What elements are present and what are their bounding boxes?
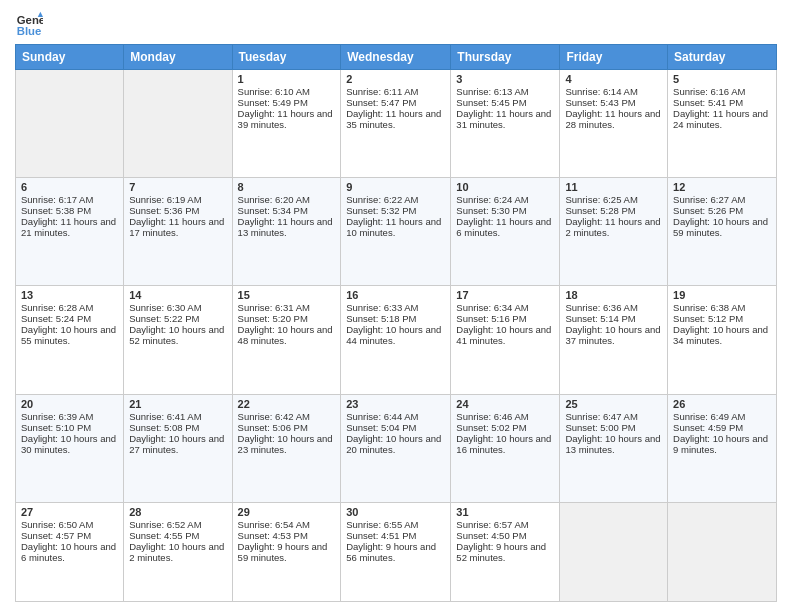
calendar-cell: 13Sunrise: 6:28 AMSunset: 5:24 PMDayligh… (16, 286, 124, 394)
day-info: Sunset: 4:57 PM (21, 530, 118, 541)
day-info: Sunset: 4:50 PM (456, 530, 554, 541)
day-number: 29 (238, 506, 336, 518)
day-info: Daylight: 11 hours and 21 minutes. (21, 216, 118, 238)
day-info: Daylight: 11 hours and 17 minutes. (129, 216, 226, 238)
calendar-cell: 7Sunrise: 6:19 AMSunset: 5:36 PMDaylight… (124, 178, 232, 286)
day-info: Daylight: 11 hours and 2 minutes. (565, 216, 662, 238)
day-info: Sunset: 5:38 PM (21, 205, 118, 216)
day-info: Daylight: 10 hours and 52 minutes. (129, 324, 226, 346)
day-info: Daylight: 11 hours and 35 minutes. (346, 108, 445, 130)
day-info: Daylight: 10 hours and 30 minutes. (21, 433, 118, 455)
day-info: Daylight: 11 hours and 10 minutes. (346, 216, 445, 238)
svg-text:Blue: Blue (17, 25, 42, 37)
day-info: Sunset: 5:18 PM (346, 313, 445, 324)
day-info: Sunrise: 6:28 AM (21, 302, 118, 313)
col-header-saturday: Saturday (668, 45, 777, 70)
day-info: Sunrise: 6:31 AM (238, 302, 336, 313)
day-number: 25 (565, 398, 662, 410)
calendar-cell: 17Sunrise: 6:34 AMSunset: 5:16 PMDayligh… (451, 286, 560, 394)
day-number: 1 (238, 73, 336, 85)
day-info: Sunset: 5:49 PM (238, 97, 336, 108)
day-info: Sunrise: 6:33 AM (346, 302, 445, 313)
calendar-cell: 19Sunrise: 6:38 AMSunset: 5:12 PMDayligh… (668, 286, 777, 394)
day-number: 8 (238, 181, 336, 193)
calendar-cell (668, 502, 777, 601)
day-info: Sunrise: 6:10 AM (238, 86, 336, 97)
day-info: Daylight: 10 hours and 16 minutes. (456, 433, 554, 455)
calendar-cell: 8Sunrise: 6:20 AMSunset: 5:34 PMDaylight… (232, 178, 341, 286)
day-info: Sunset: 5:47 PM (346, 97, 445, 108)
day-info: Sunrise: 6:39 AM (21, 411, 118, 422)
col-header-monday: Monday (124, 45, 232, 70)
calendar-table: SundayMondayTuesdayWednesdayThursdayFrid… (15, 44, 777, 602)
day-number: 10 (456, 181, 554, 193)
day-number: 26 (673, 398, 771, 410)
calendar-cell: 11Sunrise: 6:25 AMSunset: 5:28 PMDayligh… (560, 178, 668, 286)
day-info: Sunrise: 6:25 AM (565, 194, 662, 205)
day-info: Daylight: 11 hours and 39 minutes. (238, 108, 336, 130)
col-header-wednesday: Wednesday (341, 45, 451, 70)
day-number: 16 (346, 289, 445, 301)
day-info: Sunrise: 6:55 AM (346, 519, 445, 530)
day-number: 19 (673, 289, 771, 301)
day-info: Sunrise: 6:20 AM (238, 194, 336, 205)
day-info: Daylight: 11 hours and 13 minutes. (238, 216, 336, 238)
day-number: 27 (21, 506, 118, 518)
calendar-cell (16, 70, 124, 178)
calendar-cell: 6Sunrise: 6:17 AMSunset: 5:38 PMDaylight… (16, 178, 124, 286)
calendar-cell: 14Sunrise: 6:30 AMSunset: 5:22 PMDayligh… (124, 286, 232, 394)
day-info: Daylight: 11 hours and 24 minutes. (673, 108, 771, 130)
day-info: Sunset: 5:32 PM (346, 205, 445, 216)
calendar-cell: 18Sunrise: 6:36 AMSunset: 5:14 PMDayligh… (560, 286, 668, 394)
day-number: 11 (565, 181, 662, 193)
day-info: Sunrise: 6:57 AM (456, 519, 554, 530)
day-info: Sunrise: 6:30 AM (129, 302, 226, 313)
day-info: Sunset: 5:00 PM (565, 422, 662, 433)
day-info: Sunset: 5:34 PM (238, 205, 336, 216)
calendar-cell: 22Sunrise: 6:42 AMSunset: 5:06 PMDayligh… (232, 394, 341, 502)
day-number: 3 (456, 73, 554, 85)
calendar-cell: 15Sunrise: 6:31 AMSunset: 5:20 PMDayligh… (232, 286, 341, 394)
day-info: Daylight: 10 hours and 59 minutes. (673, 216, 771, 238)
day-info: Sunrise: 6:34 AM (456, 302, 554, 313)
day-info: Sunset: 4:51 PM (346, 530, 445, 541)
calendar-cell: 29Sunrise: 6:54 AMSunset: 4:53 PMDayligh… (232, 502, 341, 601)
day-number: 4 (565, 73, 662, 85)
day-info: Sunset: 4:53 PM (238, 530, 336, 541)
day-info: Sunset: 5:30 PM (456, 205, 554, 216)
day-number: 12 (673, 181, 771, 193)
day-info: Sunrise: 6:44 AM (346, 411, 445, 422)
day-info: Sunrise: 6:13 AM (456, 86, 554, 97)
col-header-tuesday: Tuesday (232, 45, 341, 70)
day-info: Sunset: 5:02 PM (456, 422, 554, 433)
day-info: Sunset: 5:41 PM (673, 97, 771, 108)
day-info: Sunset: 5:10 PM (21, 422, 118, 433)
day-info: Daylight: 11 hours and 28 minutes. (565, 108, 662, 130)
calendar-cell: 24Sunrise: 6:46 AMSunset: 5:02 PMDayligh… (451, 394, 560, 502)
logo-icon: General Blue (15, 10, 43, 38)
calendar-cell: 28Sunrise: 6:52 AMSunset: 4:55 PMDayligh… (124, 502, 232, 601)
calendar-cell: 12Sunrise: 6:27 AMSunset: 5:26 PMDayligh… (668, 178, 777, 286)
day-number: 9 (346, 181, 445, 193)
day-info: Daylight: 10 hours and 55 minutes. (21, 324, 118, 346)
day-number: 13 (21, 289, 118, 301)
day-info: Sunrise: 6:24 AM (456, 194, 554, 205)
day-info: Sunrise: 6:47 AM (565, 411, 662, 422)
day-info: Sunrise: 6:16 AM (673, 86, 771, 97)
calendar-cell: 10Sunrise: 6:24 AMSunset: 5:30 PMDayligh… (451, 178, 560, 286)
day-info: Sunset: 4:55 PM (129, 530, 226, 541)
day-info: Daylight: 9 hours and 59 minutes. (238, 541, 336, 563)
calendar-cell: 25Sunrise: 6:47 AMSunset: 5:00 PMDayligh… (560, 394, 668, 502)
day-number: 5 (673, 73, 771, 85)
day-number: 14 (129, 289, 226, 301)
day-info: Sunset: 5:04 PM (346, 422, 445, 433)
day-number: 30 (346, 506, 445, 518)
calendar-cell: 5Sunrise: 6:16 AMSunset: 5:41 PMDaylight… (668, 70, 777, 178)
calendar-cell: 30Sunrise: 6:55 AMSunset: 4:51 PMDayligh… (341, 502, 451, 601)
day-info: Daylight: 10 hours and 44 minutes. (346, 324, 445, 346)
calendar-cell: 20Sunrise: 6:39 AMSunset: 5:10 PMDayligh… (16, 394, 124, 502)
day-info: Sunset: 5:43 PM (565, 97, 662, 108)
logo: General Blue (15, 10, 45, 38)
day-number: 22 (238, 398, 336, 410)
day-number: 31 (456, 506, 554, 518)
